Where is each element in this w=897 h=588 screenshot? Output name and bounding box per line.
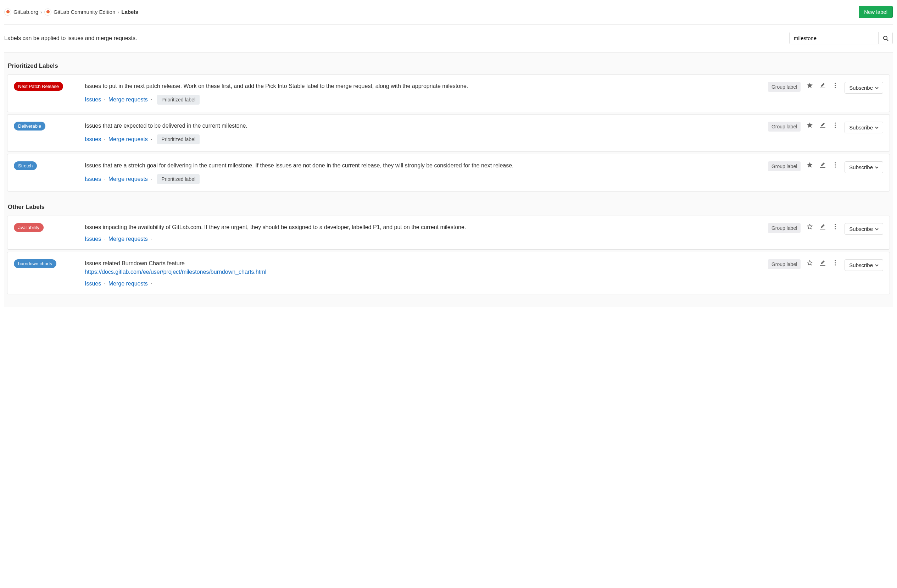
kebab-menu-icon[interactable] — [832, 82, 839, 89]
star-icon[interactable] — [806, 223, 813, 230]
pencil-icon[interactable] — [819, 223, 826, 230]
merge-requests-link[interactable]: Merge requests — [109, 136, 148, 142]
subscribe-button[interactable]: Subscribe — [845, 259, 883, 271]
issues-link[interactable]: Issues — [85, 236, 101, 242]
label-row: Deliverable Issues that are expected to … — [7, 114, 890, 152]
chevron-right-icon: › — [40, 9, 42, 15]
group-label-badge: Group label — [768, 223, 801, 233]
breadcrumb-project[interactable]: GitLab Community Edition — [44, 9, 115, 15]
label-description: Issues impacting the availability of Git… — [85, 223, 761, 231]
label-row: burndown charts Issues related Burndown … — [7, 252, 890, 294]
svg-point-14 — [835, 260, 836, 261]
subscribe-button[interactable]: Subscribe — [845, 122, 883, 133]
star-icon[interactable] — [806, 161, 813, 168]
svg-line-1 — [887, 39, 888, 41]
subscribe-button[interactable]: Subscribe — [845, 82, 883, 93]
chevron-down-icon — [875, 227, 879, 231]
label-pill[interactable]: Stretch — [14, 161, 37, 170]
kebab-menu-icon[interactable] — [832, 161, 839, 168]
svg-point-0 — [883, 36, 887, 40]
chevron-down-icon — [875, 263, 879, 267]
label-pill[interactable]: Deliverable — [14, 122, 45, 130]
svg-point-2 — [835, 83, 836, 84]
svg-point-8 — [835, 162, 836, 163]
breadcrumb-group[interactable]: GitLab.org — [4, 9, 38, 15]
kebab-menu-icon[interactable] — [832, 259, 839, 266]
prioritized-chip: Prioritized label — [157, 95, 200, 105]
svg-point-15 — [835, 262, 836, 263]
svg-point-16 — [835, 264, 836, 265]
search-button[interactable] — [878, 32, 892, 44]
group-label-badge: Group label — [768, 259, 801, 269]
pencil-icon[interactable] — [819, 122, 826, 129]
svg-point-6 — [835, 124, 836, 126]
gitlab-logo-icon — [4, 9, 11, 15]
merge-requests-link[interactable]: Merge requests — [109, 236, 148, 242]
label-row: availability Issues impacting the availa… — [7, 216, 890, 250]
breadcrumb: GitLab.org › GitLab Community Edition › … — [4, 9, 138, 15]
label-pill[interactable]: burndown charts — [14, 259, 57, 268]
svg-point-4 — [835, 87, 836, 88]
search-icon — [883, 35, 888, 41]
issues-link[interactable]: Issues — [85, 96, 101, 103]
svg-point-9 — [835, 164, 836, 165]
issues-link[interactable]: Issues — [85, 136, 101, 142]
label-doc-link[interactable]: https://docs.gitlab.com/ee/user/project/… — [85, 269, 266, 275]
kebab-menu-icon[interactable] — [832, 122, 839, 129]
label-pill[interactable]: Next Patch Release — [14, 82, 63, 91]
chevron-right-icon: › — [117, 9, 119, 15]
label-description: Issues to put in the next patch release.… — [85, 82, 761, 90]
pencil-icon[interactable] — [819, 82, 826, 89]
pencil-icon[interactable] — [819, 259, 826, 266]
svg-point-3 — [835, 85, 836, 86]
breadcrumb-group-label: GitLab.org — [14, 9, 38, 15]
svg-point-5 — [835, 122, 836, 123]
pencil-icon[interactable] — [819, 161, 826, 168]
label-row: Next Patch Release Issues to put in the … — [7, 75, 890, 112]
prioritized-labels-section: Prioritized Labels Next Patch Release Is… — [4, 52, 893, 307]
star-icon[interactable] — [806, 122, 813, 129]
group-label-badge: Group label — [768, 82, 801, 92]
issues-link[interactable]: Issues — [85, 280, 101, 287]
label-description: Issues that are a stretch goal for deliv… — [85, 161, 761, 170]
svg-point-12 — [835, 226, 836, 227]
gitlab-logo-icon — [44, 9, 51, 15]
subscribe-button[interactable]: Subscribe — [845, 161, 883, 173]
merge-requests-link[interactable]: Merge requests — [109, 280, 148, 287]
label-description: Issues that are expected to be delivered… — [85, 122, 761, 130]
search-input[interactable] — [790, 32, 878, 44]
labels-intro-text: Labels can be applied to issues and merg… — [4, 35, 137, 41]
search-container — [789, 32, 893, 44]
svg-point-7 — [835, 127, 836, 128]
new-label-button[interactable]: New label — [859, 6, 893, 18]
label-pill[interactable]: availability — [14, 223, 44, 232]
label-row: Stretch Issues that are a stretch goal f… — [7, 154, 890, 191]
star-icon[interactable] — [806, 82, 813, 89]
chevron-down-icon — [875, 165, 879, 169]
prioritized-heading: Prioritized Labels — [7, 63, 890, 69]
merge-requests-link[interactable]: Merge requests — [109, 96, 148, 103]
chevron-down-icon — [875, 126, 879, 129]
svg-point-11 — [835, 224, 836, 225]
group-label-badge: Group label — [768, 122, 801, 132]
breadcrumb-project-label: GitLab Community Edition — [54, 9, 115, 15]
svg-point-13 — [835, 228, 836, 229]
prioritized-chip: Prioritized label — [157, 135, 200, 144]
other-heading: Other Labels — [7, 204, 890, 211]
chevron-down-icon — [875, 86, 879, 90]
kebab-menu-icon[interactable] — [832, 223, 839, 230]
label-description: Issues related Burndown Charts featureht… — [85, 259, 761, 276]
subscribe-button[interactable]: Subscribe — [845, 223, 883, 235]
group-label-badge: Group label — [768, 161, 801, 171]
svg-point-10 — [835, 166, 836, 167]
issues-link[interactable]: Issues — [85, 176, 101, 182]
star-icon[interactable] — [806, 259, 813, 266]
breadcrumb-current: Labels — [121, 9, 138, 15]
prioritized-chip: Prioritized label — [157, 174, 200, 184]
merge-requests-link[interactable]: Merge requests — [109, 176, 148, 182]
